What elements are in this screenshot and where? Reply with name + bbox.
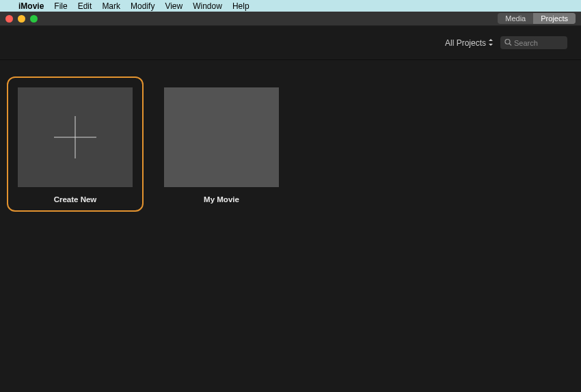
segment-media[interactable]: Media bbox=[498, 13, 533, 24]
sort-icon bbox=[488, 39, 494, 47]
window-controls bbox=[5, 15, 38, 23]
menu-window[interactable]: Window bbox=[193, 1, 222, 11]
search-field-wrap bbox=[500, 36, 567, 49]
view-segmented-control: Media Projects bbox=[498, 13, 576, 24]
project-tile[interactable]: My Movie bbox=[153, 76, 290, 212]
projects-toolbar: All Projects bbox=[0, 26, 581, 60]
create-new-tile-frame: Create New bbox=[7, 76, 144, 212]
project-label: My Movie bbox=[204, 195, 239, 204]
app-menu[interactable]: iMovie bbox=[18, 1, 44, 11]
segment-projects[interactable]: Projects bbox=[533, 13, 576, 24]
menu-edit[interactable]: Edit bbox=[78, 1, 92, 11]
menu-mark[interactable]: Mark bbox=[102, 1, 120, 11]
project-thumbnail bbox=[164, 87, 279, 187]
plus-icon bbox=[54, 116, 96, 158]
close-window-button[interactable] bbox=[5, 15, 13, 23]
create-new-thumbnail bbox=[18, 87, 133, 187]
create-new-label: Create New bbox=[54, 195, 97, 204]
minimize-window-button[interactable] bbox=[18, 15, 25, 23]
menu-bar: iMovie File Edit Mark Modify View Window… bbox=[0, 0, 581, 12]
filter-label-text: All Projects bbox=[445, 38, 486, 48]
filter-all-projects[interactable]: All Projects bbox=[445, 38, 494, 48]
menu-help[interactable]: Help bbox=[232, 1, 249, 11]
menu-modify[interactable]: Modify bbox=[131, 1, 154, 11]
search-input[interactable] bbox=[500, 36, 567, 49]
project-tile-frame: My Movie bbox=[153, 76, 290, 212]
maximize-window-button[interactable] bbox=[30, 15, 38, 23]
projects-grid: Create New My Movie bbox=[0, 60, 581, 228]
window-title-bar: Media Projects bbox=[0, 12, 581, 26]
menu-view[interactable]: View bbox=[165, 1, 183, 11]
menu-file[interactable]: File bbox=[54, 1, 67, 11]
create-new-tile[interactable]: Create New bbox=[7, 76, 144, 212]
